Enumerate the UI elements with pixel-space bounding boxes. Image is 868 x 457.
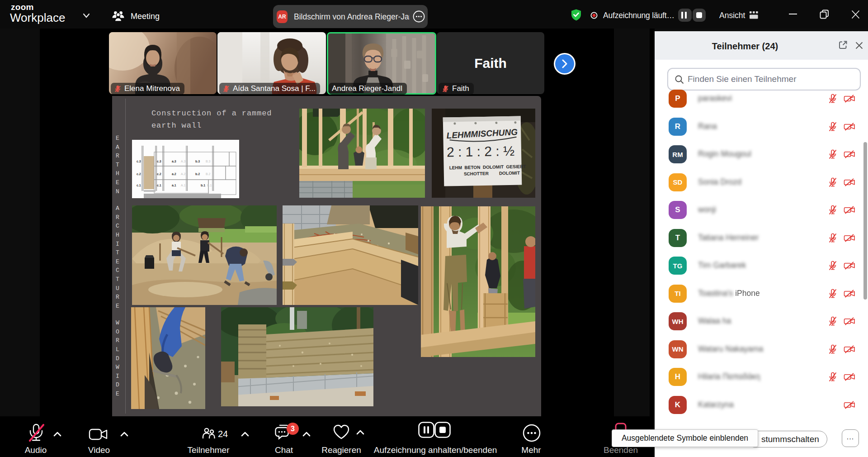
svg-text:DOLOMIT: DOLOMIT [499,171,520,176]
svg-text:b.2: b.2 [195,172,200,176]
svg-text:B.1: B.1 [207,184,212,187]
svg-text:c.1: c.1 [157,184,161,187]
svg-text:c.1: c.1 [137,184,141,187]
svg-text:b.1: b.1 [201,184,205,187]
svg-text:a.2: a.2 [172,172,176,176]
svg-text:a.3: a.3 [172,160,176,163]
svg-text:A.3: A.3 [181,160,186,163]
svg-text:c.3: c.3 [137,160,141,163]
svg-text:c.2: c.2 [157,172,161,176]
svg-text:SCHOTTER: SCHOTTER [464,171,489,176]
svg-text:B.3: B.3 [206,160,211,163]
svg-text:c.3: c.3 [157,160,161,163]
svg-text:A.1: A.1 [181,184,186,187]
svg-text:c.2: c.2 [137,172,141,176]
svg-text:2 : 1 : 2 : ½: 2 : 1 : 2 : ½ [447,143,515,160]
svg-text:B.2: B.2 [206,172,211,176]
svg-text:a.1: a.1 [172,184,176,187]
svg-text:A.2: A.2 [181,172,186,176]
svg-text:b.3: b.3 [195,160,200,163]
